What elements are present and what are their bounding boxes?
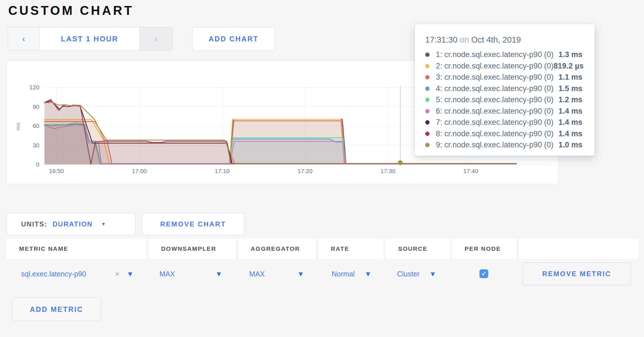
rate-select[interactable]: Normal (332, 259, 355, 289)
metric-table-row: sql.exec.latency-p90 × ▼ MAX ▼ MAX ▼ Nor… (0, 259, 644, 289)
metric-caret-icon[interactable]: ▼ (127, 259, 134, 289)
x-axis-tick-label: 17:40 (463, 168, 478, 174)
rate-caret-icon[interactable]: ▼ (364, 259, 372, 289)
tooltip-series-value: 1.3 ms (558, 50, 582, 59)
y-axis-tick-label: 30 (33, 142, 39, 149)
series-color-dot (425, 132, 430, 136)
x-axis-tick-label: 17:20 (297, 168, 313, 174)
series-color-dot (425, 98, 430, 102)
tooltip-series-row: 6: cr.node.sql.exec.latency-p90 (0)1.4 m… (425, 106, 582, 117)
column-header-downsampler: DOWNSAMPLER (149, 238, 236, 259)
units-selected-value: DURATION (52, 220, 93, 228)
tooltip-time: 17:31:30 (425, 35, 457, 44)
metric-name-input[interactable]: sql.exec.latency-p90 (21, 259, 86, 289)
tooltip-series-row: 1: cr.node.sql.exec.latency-p90 (0)1.3 m… (425, 49, 582, 61)
y-axis-tick-label: 0 (36, 161, 39, 168)
column-header-source: SOURCE (386, 238, 450, 259)
units-label: UNITS: (21, 220, 47, 228)
series-color-dot (425, 120, 430, 125)
next-range-button[interactable]: › (139, 27, 172, 50)
tooltip-series-row: 4: cr.node.sql.exec.latency-p90 (0)1.5 m… (425, 83, 582, 95)
time-range-dropdown[interactable]: LAST 1 HOUR (40, 27, 139, 50)
tooltip-series-value: 1.1 ms (558, 73, 582, 82)
tooltip-series-row: 9: cr.node.sql.exec.latency-p90 (0)1.0 m… (425, 139, 582, 151)
column-header-per-node: PER NODE (452, 238, 517, 259)
y-axis-tick-label: 90 (33, 103, 39, 110)
tooltip-series-label: 1: cr.node.sql.exec.latency-p90 (0) (436, 50, 554, 59)
add-metric-button[interactable]: ADD METRIC (12, 298, 101, 321)
aggregator-select[interactable]: MAX (249, 259, 265, 289)
remove-metric-button[interactable]: REMOVE METRIC (523, 262, 631, 285)
tooltip-series-value: 819.2 µs (554, 62, 584, 71)
metric-table-header: METRIC NAME DOWNSAMPLER AGGREGATOR RATE … (0, 238, 644, 259)
page-title: CUSTOM CHART (8, 3, 134, 18)
tooltip-series-label: 2: cr.node.sql.exec.latency-p90 (0) (436, 62, 554, 71)
y-axis-tick-label: 120 (29, 84, 39, 91)
x-axis-tick-label: 17:00 (132, 168, 147, 174)
y-axis-unit-label: ms (15, 123, 21, 131)
tooltip-series-row: 8: cr.node.sql.exec.latency-p90 (0)1.4 m… (425, 128, 582, 140)
per-node-checkbox[interactable]: ✓ (479, 269, 488, 278)
tooltip-series-row: 3: cr.node.sql.exec.latency-p90 (0)1.1 m… (425, 72, 582, 83)
tooltip-series-row: 5: cr.node.sql.exec.latency-p90 (0)1.2 m… (425, 94, 582, 106)
checkmark-icon: ✓ (481, 270, 487, 277)
tooltip-series-value: 1.4 ms (558, 118, 582, 127)
column-header-rate: RATE (318, 238, 383, 259)
x-axis-tick-label: 16:50 (49, 168, 64, 174)
tooltip-on-word: on (460, 35, 469, 44)
aggregator-caret-icon[interactable]: ▼ (297, 259, 304, 289)
series-color-dot (425, 75, 430, 79)
tooltip-series-label: 3: cr.node.sql.exec.latency-p90 (0) (436, 73, 554, 82)
series-color-dot (425, 143, 430, 147)
chevron-down-icon: ▼ (101, 222, 106, 227)
chevron-left-icon: ‹ (22, 34, 25, 44)
tooltip-series-row: 7: cr.node.sql.exec.latency-p90 (0)1.4 m… (425, 117, 582, 128)
clear-metric-icon[interactable]: × (115, 259, 120, 289)
add-chart-button[interactable]: ADD CHART (192, 27, 275, 51)
units-dropdown[interactable]: UNITS: DURATION ▼ (7, 213, 135, 235)
remove-chart-button[interactable]: REMOVE CHART (142, 213, 244, 235)
y-axis-tick-label: 60 (33, 123, 39, 129)
tooltip-timestamp: 17:31:30 on Oct 4th, 2019 (425, 35, 582, 45)
tooltip-series-list: 1: cr.node.sql.exec.latency-p90 (0)1.3 m… (425, 49, 582, 151)
tooltip-series-label: 5: cr.node.sql.exec.latency-p90 (0) (436, 95, 554, 104)
column-header-metric-name: METRIC NAME (7, 238, 146, 259)
x-axis-tick-label: 17:30 (380, 168, 396, 174)
source-select[interactable]: Cluster (397, 259, 420, 289)
tooltip-series-value: 1.4 ms (558, 129, 582, 138)
downsampler-caret-icon[interactable]: ▼ (215, 259, 222, 289)
source-caret-icon[interactable]: ▼ (429, 259, 436, 289)
series-color-dot (425, 64, 430, 68)
x-axis-tick-label: 17:10 (215, 168, 230, 174)
prev-range-button[interactable]: ‹ (8, 27, 40, 50)
custom-chart-page: CUSTOM CHART ‹ LAST 1 HOUR › ADD CHART 0… (0, 0, 644, 337)
tooltip-series-value: 1.4 ms (558, 107, 582, 116)
tooltip-series-label: 8: cr.node.sql.exec.latency-p90 (0) (436, 129, 554, 138)
tooltip-series-label: 7: cr.node.sql.exec.latency-p90 (0) (436, 118, 554, 127)
tooltip-date: Oct 4th, 2019 (471, 35, 521, 44)
column-header-aggregator: AGGREGATOR (238, 238, 316, 259)
tooltip-series-label: 9: cr.node.sql.exec.latency-p90 (0) (436, 141, 554, 149)
tooltip-series-label: 4: cr.node.sql.exec.latency-p90 (0) (436, 84, 554, 93)
tooltip-series-value: 1.2 ms (558, 95, 582, 104)
tooltip-series-value: 1.0 ms (558, 141, 582, 149)
hover-data-point (398, 160, 403, 165)
downsampler-select[interactable]: MAX (159, 259, 175, 289)
tooltip-series-label: 6: cr.node.sql.exec.latency-p90 (0) (436, 107, 554, 116)
chart-hover-tooltip: 17:31:30 on Oct 4th, 2019 1: cr.node.sql… (415, 24, 595, 156)
series-color-dot (425, 53, 430, 57)
tooltip-series-row: 2: cr.node.sql.exec.latency-p90 (0)819.2… (425, 61, 582, 72)
series-color-dot (425, 109, 430, 113)
chevron-right-icon: › (155, 34, 157, 44)
time-range-selector: ‹ LAST 1 HOUR › (8, 27, 173, 51)
tooltip-series-value: 1.5 ms (558, 84, 582, 93)
column-header-actions (519, 238, 638, 259)
series-color-dot (425, 87, 430, 91)
